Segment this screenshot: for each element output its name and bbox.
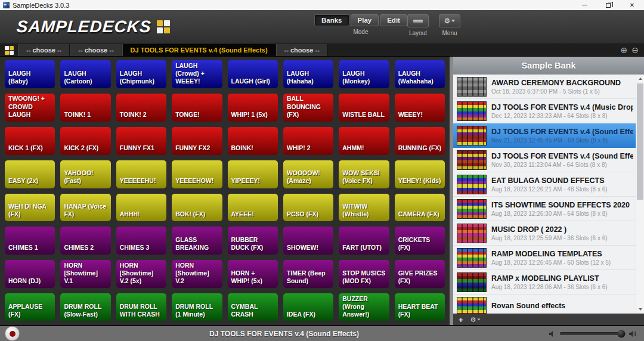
deck-tab[interactable]: -- choose --: [70, 44, 122, 56]
sample-pad[interactable]: BUZZER (Wrong Answer!): [339, 293, 389, 321]
sample-pad[interactable]: YEEEEEHU!: [116, 160, 166, 188]
sample-pad[interactable]: DRUM ROLL WITH CRASH: [116, 293, 166, 321]
sample-pad[interactable]: TONGE!: [172, 94, 222, 122]
sample-pad[interactable]: LAUGH (Hahaha): [283, 60, 333, 88]
sample-pad[interactable]: TIMER (Beep Sound): [283, 260, 333, 288]
record-button[interactable]: [5, 326, 20, 341]
sample-bank-item[interactable]: ITS SHOWTIME SOUND EFFECTS 2020 Aug 18, …: [453, 197, 636, 221]
sample-pad[interactable]: RUBBER DUCK (FX): [228, 227, 278, 255]
mode-button-play[interactable]: Play: [351, 14, 379, 26]
sample-pad[interactable]: HORN [Showtime] V.2: [172, 260, 222, 288]
sample-pad[interactable]: HANAP (Voice FX): [60, 194, 110, 222]
sample-pad[interactable]: CYMBAL CRASH: [228, 293, 278, 321]
sample-pad[interactable]: KICK 2 (FX): [60, 127, 110, 155]
sample-pad[interactable]: CHIMES 2: [60, 227, 110, 255]
sample-pad[interactable]: YEHEY! (Kids): [395, 160, 445, 188]
sample-pad[interactable]: WHIP! 2: [283, 127, 333, 155]
sample-bank-item[interactable]: RAMP x MODELING PLAYLIST Aug 18, 2023 12…: [453, 270, 636, 294]
sample-bank-item[interactable]: DJ TOOLS FOR EVENTS v.4 (Sound Effects)_…: [453, 148, 636, 172]
sample-pad[interactable]: STOP MUSICS (MOD FX): [339, 260, 389, 288]
sample-pad[interactable]: WHIP! 1 (5x): [228, 94, 278, 122]
sample-pad[interactable]: BOINK!: [228, 127, 278, 155]
sample-pad[interactable]: WITWIW (Whistle): [339, 194, 389, 222]
sample-pad[interactable]: HORN + WHIP! (5x): [228, 260, 278, 288]
sample-bank-item[interactable]: EAT BULAGA SOUND EFFECTS Aug 18, 2023 12…: [453, 172, 636, 197]
sample-pad[interactable]: KICK 1 (FX): [5, 127, 55, 155]
sample-pad[interactable]: LAUGH (Girl): [228, 60, 278, 88]
bank-settings-button[interactable]: ⚙: [470, 317, 481, 323]
sample-pad[interactable]: TWOONG! + CROWD LAUGH: [5, 94, 55, 122]
sample-pad[interactable]: AHMM!: [339, 127, 389, 155]
sample-pad[interactable]: RUNNING (FX): [395, 127, 445, 155]
sample-bank-item[interactable]: RAMP MODELING TEMPLATES Aug 18, 2023 12:…: [453, 246, 636, 270]
sample-pad[interactable]: WOOOOW! (Amaze): [283, 160, 333, 188]
sample-bank-item[interactable]: DJ TOOLS FOR EVENTS v.4 (Music Drops) De…: [453, 99, 636, 123]
sample-pad[interactable]: FUNNY FX1: [116, 127, 166, 155]
sample-bank-item[interactable]: Rovan Sound effects: [453, 294, 636, 314]
zoom-in-icon[interactable]: ⊕: [621, 46, 628, 54]
sample-pad[interactable]: LAUGH (Monkey): [339, 60, 389, 88]
scrollbar-thumb[interactable]: [637, 83, 643, 200]
sample-pad[interactable]: EASY (2x): [5, 160, 55, 188]
sample-pad[interactable]: HORN (DJ): [5, 260, 55, 288]
sample-pad[interactable]: SHOWEW!: [283, 227, 333, 255]
sample-bank-item[interactable]: MUSIC DROP ( 2022 ) Aug 18, 2023 12:25:5…: [453, 221, 636, 246]
deck-tab[interactable]: DJ TOOLS FOR EVENTS v.4 (Sound Effects): [122, 44, 276, 56]
deck-tab[interactable]: -- choose --: [18, 44, 70, 56]
sample-pad[interactable]: TOINK! 2: [116, 94, 166, 122]
deck-tab[interactable]: -- choose --: [276, 44, 328, 56]
sample-pad[interactable]: WISTLE BALL: [339, 94, 389, 122]
sample-pad[interactable]: WEH DI NGA (FX): [5, 194, 55, 222]
sample-pad[interactable]: CHIMES 1: [5, 227, 55, 255]
minimize-button[interactable]: [572, 0, 596, 10]
sample-pad[interactable]: CRICKETS (FX): [395, 227, 445, 255]
sample-bank-item[interactable]: DJ TOOLS FOR EVENTS v.4 (Sound Effects) …: [453, 123, 636, 148]
close-button[interactable]: ✕: [620, 0, 644, 10]
sample-pad[interactable]: WEEEY!: [395, 94, 445, 122]
sample-pad[interactable]: FUNNY FX2: [172, 127, 222, 155]
sample-pad[interactable]: LAUGH (Crowd) + WEEEY!: [172, 60, 222, 88]
sample-pad[interactable]: PCSO (FX): [283, 194, 333, 222]
sample-pad[interactable]: FART (UTOT): [339, 227, 389, 255]
volume-high-icon[interactable]: [628, 330, 637, 337]
sample-pad[interactable]: CAMERA (FX): [395, 194, 445, 222]
sample-pad[interactable]: HORN [Showtime] V.2 (5x): [116, 260, 166, 288]
sample-pad[interactable]: WOW SEKSI (Voice FX): [339, 160, 389, 188]
sample-pad[interactable]: APPLAUSE (FX): [5, 293, 55, 321]
volume-low-icon[interactable]: [549, 330, 556, 337]
layout-button[interactable]: [407, 14, 429, 27]
sample-pad[interactable]: HEART BEAT (FX): [395, 293, 445, 321]
sample-pad[interactable]: CHIMES 3: [116, 227, 166, 255]
deck-grid-button[interactable]: [0, 44, 18, 56]
scroll-up-icon[interactable]: [636, 75, 644, 83]
sample-pad[interactable]: YEEEEHOW!: [172, 160, 222, 188]
volume-slider-knob[interactable]: [617, 330, 625, 337]
sample-pad[interactable]: AYEEE!: [228, 194, 278, 222]
sample-bank-item[interactable]: AWARD CEREMONY BACKGROUND Oct 18, 2023 6…: [453, 75, 636, 99]
sample-pad[interactable]: IDEA (FX): [283, 293, 333, 321]
volume-slider[interactable]: [560, 332, 624, 335]
sample-pad[interactable]: HORN [Showtime] V.1: [60, 260, 110, 288]
sample-pad[interactable]: GLASS BREAKING: [172, 227, 222, 255]
sample-pad[interactable]: LAUGH (Baby): [5, 60, 55, 88]
mode-button-edit[interactable]: Edit: [380, 14, 407, 26]
sample-pad[interactable]: AHHH!: [116, 194, 166, 222]
sample-pad[interactable]: DRUM ROLL (1 Minute): [172, 293, 222, 321]
sample-pad[interactable]: BOK! (FX): [172, 194, 222, 222]
add-bank-button[interactable]: +: [459, 316, 463, 324]
sample-pad[interactable]: LAUGH (Wahahaha): [395, 60, 445, 88]
sample-pad[interactable]: LAUGH (Chipmunk): [116, 60, 166, 88]
sample-pad[interactable]: GIVE PRIZES (FX): [395, 260, 445, 288]
zoom-out-icon[interactable]: ⊖: [631, 46, 639, 54]
scroll-down-icon[interactable]: [636, 305, 644, 314]
sample-pad[interactable]: BALL BOUNCING (FX): [283, 94, 333, 122]
sample-pad[interactable]: LAUGH (Cartoon): [60, 60, 110, 88]
menu-button[interactable]: ⚙: [439, 14, 460, 27]
sample-pad[interactable]: DRUM ROLL (Slow-Fast): [60, 293, 110, 321]
sample-pad[interactable]: TOINK! 1: [60, 94, 110, 122]
mode-button-banks[interactable]: Banks: [314, 14, 349, 26]
sample-pad[interactable]: YIPEEEY!: [228, 160, 278, 188]
bank-scrollbar[interactable]: [636, 75, 644, 314]
restore-button[interactable]: [596, 0, 620, 10]
sample-pad[interactable]: YAHOOO! (Fast): [60, 160, 110, 188]
